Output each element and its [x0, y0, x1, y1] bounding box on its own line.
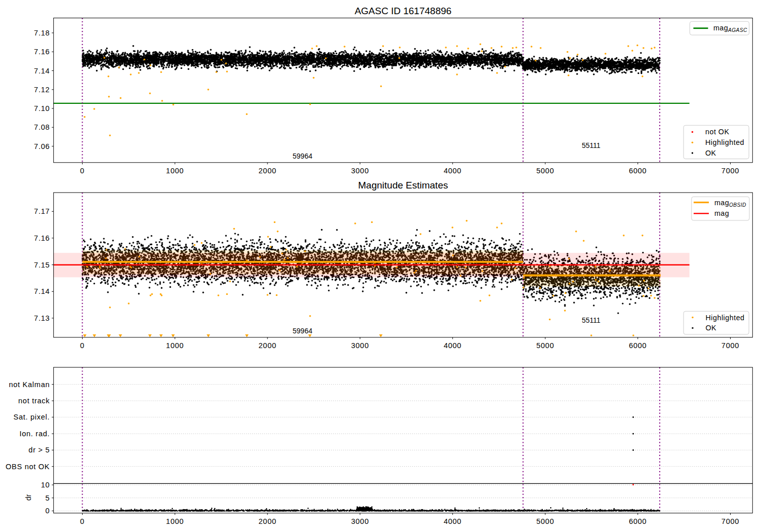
svg-text:Magnitude Estimates: Magnitude Estimates	[358, 180, 448, 191]
svg-text:4000: 4000	[444, 167, 462, 175]
svg-text:7.08: 7.08	[34, 123, 50, 131]
svg-text:5000: 5000	[536, 517, 554, 525]
svg-text:7.17: 7.17	[34, 207, 50, 215]
svg-text:AGASC ID 161748896: AGASC ID 161748896	[355, 6, 451, 16]
svg-text:Highlighted: Highlighted	[706, 314, 745, 322]
svg-text:7.16: 7.16	[34, 234, 50, 242]
svg-text:4000: 4000	[444, 517, 462, 525]
svg-text:not OK: not OK	[705, 128, 730, 136]
svg-text:1000: 1000	[166, 341, 184, 350]
svg-text:3000: 3000	[351, 517, 369, 525]
svg-text:5000: 5000	[536, 341, 554, 350]
svg-text:1000: 1000	[166, 167, 184, 175]
svg-text:6000: 6000	[629, 167, 647, 175]
svg-text:OK: OK	[705, 149, 716, 157]
svg-text:1000: 1000	[166, 517, 184, 525]
svg-text:7.06: 7.06	[34, 142, 50, 150]
svg-text:OK: OK	[706, 324, 717, 332]
svg-text:7000: 7000	[721, 517, 739, 525]
svg-text:6000: 6000	[629, 341, 647, 350]
svg-text:3000: 3000	[351, 167, 369, 175]
svg-text:Ion. rad.: Ion. rad.	[19, 430, 50, 438]
svg-text:7.15: 7.15	[34, 261, 50, 269]
svg-text:4000: 4000	[444, 341, 462, 350]
svg-text:2000: 2000	[258, 341, 276, 350]
svg-text:7.13: 7.13	[34, 314, 50, 322]
svg-text:7000: 7000	[721, 341, 739, 350]
svg-text:Highlighted: Highlighted	[705, 138, 744, 146]
svg-text:7.12: 7.12	[34, 86, 50, 94]
svg-text:Sat. pixel.: Sat. pixel.	[14, 413, 50, 421]
svg-text:not track: not track	[18, 397, 50, 405]
svg-text:3000: 3000	[351, 341, 369, 350]
svg-text:5: 5	[45, 494, 50, 502]
svg-text:7.14: 7.14	[34, 287, 50, 295]
svg-text:dr > 5: dr > 5	[28, 446, 50, 454]
svg-text:5000: 5000	[536, 167, 554, 175]
svg-text:55111: 55111	[582, 316, 600, 324]
svg-text:7000: 7000	[721, 167, 739, 175]
svg-text:0: 0	[80, 517, 85, 525]
svg-text:6000: 6000	[629, 517, 647, 525]
svg-text:mag: mag	[714, 209, 729, 217]
svg-text:0: 0	[45, 507, 50, 515]
svg-text:7.16: 7.16	[34, 48, 50, 56]
svg-text:55111: 55111	[582, 141, 600, 149]
svg-text:7.10: 7.10	[34, 104, 50, 112]
svg-text:59964: 59964	[293, 327, 313, 335]
svg-text:7.14: 7.14	[34, 67, 50, 75]
svg-text:2000: 2000	[258, 517, 276, 525]
svg-text:dr: dr	[25, 494, 33, 501]
svg-text:10: 10	[41, 481, 50, 489]
svg-text:7.18: 7.18	[34, 29, 50, 37]
svg-text:0: 0	[80, 341, 85, 350]
svg-text:2000: 2000	[258, 167, 276, 175]
svg-text:0: 0	[80, 167, 85, 175]
svg-text:not Kalman: not Kalman	[9, 381, 50, 389]
svg-text:OBS not OK: OBS not OK	[6, 463, 50, 471]
svg-text:59964: 59964	[293, 152, 313, 160]
